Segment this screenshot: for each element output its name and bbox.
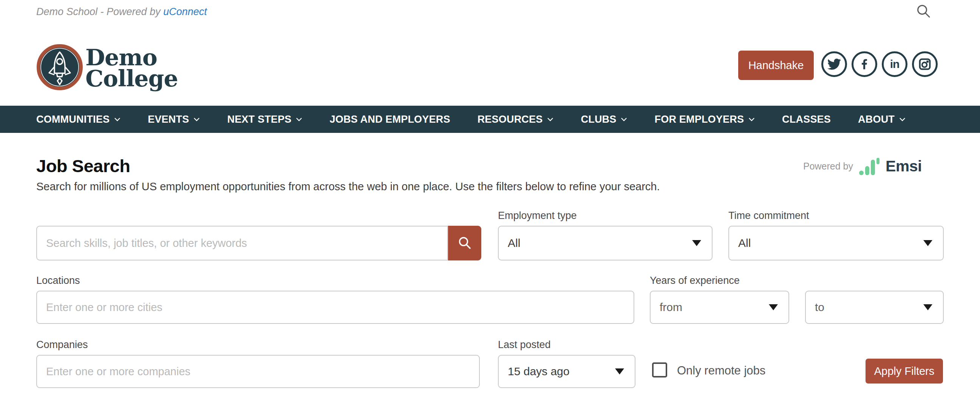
site-tagline-text: Demo School - Powered by xyxy=(36,6,163,17)
apply-filters-button[interactable]: Apply Filters xyxy=(865,359,943,384)
chevron-down-icon xyxy=(114,117,121,122)
nav-item-label: FOR EMPLOYERS xyxy=(654,114,744,125)
last-posted-value: 15 days ago xyxy=(508,365,570,378)
chevron-down-icon xyxy=(193,117,200,122)
only-remote-jobs-label[interactable]: Only remote jobs xyxy=(677,364,765,378)
nav-item-label: JOBS AND EMPLOYERS xyxy=(329,114,450,125)
chevron-down-icon xyxy=(748,117,755,122)
caret-down-icon xyxy=(769,304,778,310)
page-subtitle: Search for millions of US employment opp… xyxy=(36,181,660,193)
years-of-experience-label: Years of experience xyxy=(650,275,740,286)
nav-item-clubs[interactable]: CLUBS xyxy=(581,114,627,125)
caret-down-icon xyxy=(615,368,624,375)
facebook-icon xyxy=(858,57,871,71)
nav-item-events[interactable]: EVENTS xyxy=(148,114,200,125)
chevron-down-icon xyxy=(296,117,302,122)
nav-item-resources[interactable]: RESOURCES xyxy=(477,114,554,125)
search-icon xyxy=(916,4,932,20)
instagram-icon xyxy=(918,57,932,71)
emsi-attribution[interactable]: Powered by Emsi xyxy=(803,157,922,175)
nav-item-label: CLUBS xyxy=(581,114,616,125)
chevron-down-icon xyxy=(547,117,554,122)
locations-label: Locations xyxy=(36,275,80,286)
social-link-twitter[interactable] xyxy=(821,51,847,77)
keywords-search-input[interactable] xyxy=(36,226,448,260)
uconnect-link[interactable]: uConnect xyxy=(163,6,207,17)
employment-type-select[interactable]: All xyxy=(498,226,713,260)
caret-down-icon xyxy=(692,240,701,246)
nav-item-classes[interactable]: CLASSES xyxy=(782,114,831,125)
companies-label: Companies xyxy=(36,339,88,351)
time-commitment-select[interactable]: All xyxy=(729,226,944,260)
college-name-line2: College xyxy=(85,68,178,89)
social-link-facebook[interactable] xyxy=(851,51,877,77)
college-logo[interactable] xyxy=(36,44,83,91)
nav-item-next-steps[interactable]: NEXT STEPS xyxy=(227,114,302,125)
social-links: in xyxy=(821,51,938,77)
nav-item-label: CLASSES xyxy=(782,114,831,125)
only-remote-jobs-checkbox[interactable] xyxy=(652,362,667,378)
nav-item-communities[interactable]: COMMUNITIES xyxy=(36,114,121,125)
nav-item-label: COMMUNITIES xyxy=(36,114,110,125)
last-posted-label: Last posted xyxy=(498,339,551,351)
chevron-down-icon xyxy=(621,117,627,122)
emsi-bars-icon xyxy=(859,157,880,175)
search-submit-button[interactable] xyxy=(448,226,481,260)
nav-item-for-employers[interactable]: FOR EMPLOYERS xyxy=(654,114,755,125)
nav-item-label: NEXT STEPS xyxy=(227,114,291,125)
nav-item-label: RESOURCES xyxy=(477,114,543,125)
main-navigation: COMMUNITIES EVENTS NEXT STEPS JOBS AND E… xyxy=(0,106,980,133)
nav-item-about[interactable]: ABOUT xyxy=(858,114,905,125)
handshake-button[interactable]: Handshake xyxy=(738,51,814,80)
experience-to-value: to xyxy=(815,301,824,314)
linkedin-icon: in xyxy=(890,58,899,71)
emsi-logo-text: Emsi xyxy=(886,157,922,175)
experience-to-select[interactable]: to xyxy=(805,291,944,324)
nav-item-jobs-and-employers[interactable]: JOBS AND EMPLOYERS xyxy=(329,114,450,125)
companies-input[interactable] xyxy=(36,355,480,388)
nav-item-label: EVENTS xyxy=(148,114,189,125)
rocket-logo-icon xyxy=(36,44,83,91)
college-name-line1: Demo xyxy=(85,47,178,68)
nav-item-label: ABOUT xyxy=(858,114,895,125)
last-posted-select[interactable]: 15 days ago xyxy=(498,355,635,388)
twitter-icon xyxy=(827,57,841,71)
employment-type-value: All xyxy=(508,237,520,249)
locations-input[interactable] xyxy=(36,291,634,324)
caret-down-icon xyxy=(923,240,932,246)
job-search-page: Demo School - Powered by uConnect Demo C… xyxy=(0,0,980,416)
chevron-down-icon xyxy=(899,117,905,122)
social-link-linkedin[interactable]: in xyxy=(882,51,907,77)
powered-by-label: Powered by xyxy=(803,161,853,172)
time-commitment-label: Time commitment xyxy=(729,210,809,222)
employment-type-label: Employment type xyxy=(498,210,577,222)
time-commitment-value: All xyxy=(738,237,751,249)
experience-from-value: from xyxy=(660,301,682,314)
page-title: Job Search xyxy=(36,156,130,176)
social-link-instagram[interactable] xyxy=(912,51,938,77)
caret-down-icon xyxy=(923,304,932,310)
experience-from-select[interactable]: from xyxy=(650,291,789,324)
search-icon xyxy=(457,235,472,251)
site-tagline: Demo School - Powered by uConnect xyxy=(36,6,207,18)
topbar-search-button[interactable] xyxy=(915,3,932,21)
college-name[interactable]: Demo College xyxy=(85,47,178,89)
